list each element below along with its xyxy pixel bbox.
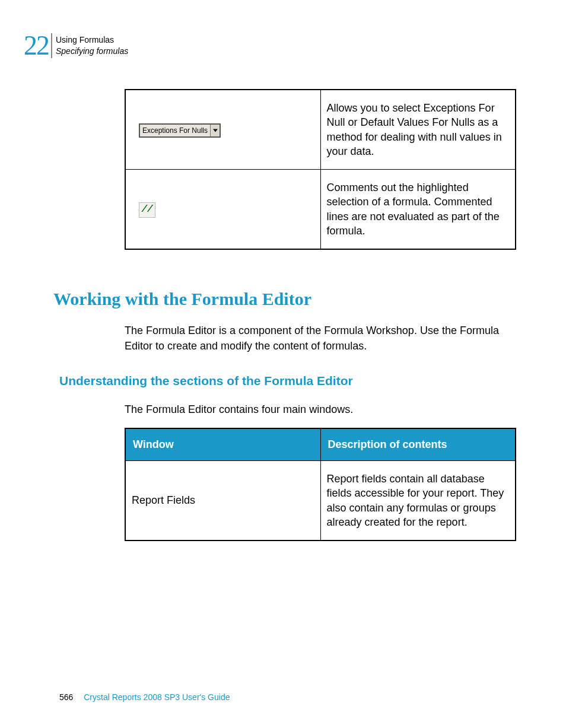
document-title: Crystal Reports 2008 SP3 User's Guide <box>84 692 230 702</box>
table-row: Exceptions For Nulls Allows you to selec… <box>125 90 516 170</box>
exceptions-dropdown-cell: Exceptions For Nulls <box>125 90 320 170</box>
section-body: The Formula Editor is a component of the… <box>125 323 516 353</box>
section-heading: Working with the Formula Editor <box>53 289 516 309</box>
table-row: Report Fields Report fields contain all … <box>125 460 516 541</box>
header-text-block: Using Formulas Specifying formulas <box>56 34 128 56</box>
table-row: // Comments out the highlighted selectio… <box>125 170 516 250</box>
exceptions-for-nulls-dropdown[interactable]: Exceptions For Nulls <box>139 123 221 138</box>
formula-editor-windows-table: Window Description of contents Report Fi… <box>125 428 516 541</box>
chapter-number: 22 <box>24 30 49 61</box>
column-header-window: Window <box>125 428 320 461</box>
column-header-description: Description of contents <box>320 428 516 461</box>
svg-marker-0 <box>213 129 218 132</box>
subsection-body: The Formula Editor contains four main wi… <box>125 402 516 417</box>
toolbar-info-table: Exceptions For Nulls Allows you to selec… <box>125 89 516 250</box>
page-header: 22 Using Formulas Specifying formulas <box>24 30 128 61</box>
page-number: 566 <box>59 692 73 702</box>
comment-icon-cell: // <box>125 170 320 250</box>
exceptions-description: Allows you to select Exceptions For Null… <box>320 90 516 170</box>
page-footer: 566 Crystal Reports 2008 SP3 User's Guid… <box>59 692 230 702</box>
chevron-down-icon <box>210 125 220 136</box>
comment-icon[interactable]: // <box>139 202 155 218</box>
header-divider <box>51 33 52 58</box>
header-section-title: Specifying formulas <box>56 46 128 56</box>
window-description-cell: Report fields contain all database field… <box>320 460 516 541</box>
window-name-cell: Report Fields <box>125 460 320 541</box>
main-content: Exceptions For Nulls Allows you to selec… <box>125 89 516 541</box>
comment-description: Comments out the highlighted selection o… <box>320 170 516 250</box>
table-header-row: Window Description of contents <box>125 428 516 461</box>
dropdown-label: Exceptions For Nulls <box>140 125 210 136</box>
subsection-heading: Understanding the sections of the Formul… <box>59 374 516 388</box>
header-chapter-title: Using Formulas <box>56 34 128 45</box>
